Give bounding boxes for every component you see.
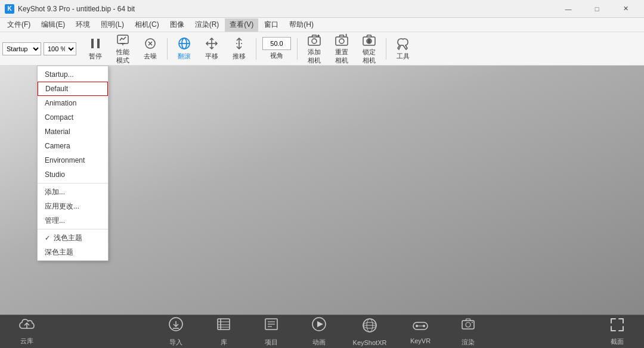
reset-camera-icon	[335, 33, 349, 47]
menu-lighting[interactable]: 照明(L)	[96, 18, 129, 32]
cutaway-label: 截面	[611, 337, 624, 346]
add-camera-button[interactable]: 添加 相机	[301, 34, 327, 64]
reset-camera-button[interactable]: 重置 相机	[329, 34, 355, 64]
render-label: 渲染	[462, 338, 475, 347]
separator-4	[386, 38, 386, 60]
push-button[interactable]: 推移	[226, 34, 252, 64]
dropdown-camera[interactable]: Camera	[38, 139, 108, 153]
main-area: Startup... Default Animation Compact Mat…	[0, 66, 644, 315]
perf-button[interactable]: 性能 模式	[110, 34, 136, 64]
library-label: 库	[221, 338, 227, 347]
svg-point-41	[423, 325, 425, 327]
animation-label: 动画	[312, 338, 326, 347]
add-camera-label: 添加 相机	[308, 48, 321, 64]
reset-camera-label: 重置 相机	[335, 48, 348, 64]
toolbar: Startup 100 % 暂停 性能 模式	[0, 32, 644, 66]
denoiser-icon	[143, 36, 157, 51]
menu-camera[interactable]: 相机(C)	[130, 18, 164, 32]
perf-icon	[116, 33, 130, 47]
preset-select[interactable]: Startup	[2, 42, 41, 55]
lock-camera-button[interactable]: 锁定 相机	[356, 34, 382, 64]
dropdown-light-theme[interactable]: 浅色主题	[38, 231, 108, 245]
import-button[interactable]: 导入	[161, 316, 191, 347]
maximize-button[interactable]: □	[583, 0, 611, 18]
menu-image[interactable]: 图像	[165, 18, 189, 32]
render-button[interactable]: 渲染	[453, 316, 483, 347]
svg-point-40	[416, 325, 418, 327]
dropdown-environment[interactable]: Environment	[38, 153, 108, 167]
tools-label: 工具	[397, 52, 410, 61]
translate-button[interactable]: 翻滚	[171, 34, 197, 64]
separator-3	[297, 38, 298, 60]
menu-view[interactable]: 查看(V)	[225, 18, 258, 32]
dropdown-manage[interactable]: 管理...	[38, 213, 108, 228]
translate-icon	[177, 36, 191, 51]
app-title: KeyShot 9.3 Pro - untitled.bip - 64 bit	[18, 5, 135, 13]
import-label: 导入	[169, 338, 182, 347]
denoiser-button[interactable]: 去噪	[137, 34, 163, 64]
svg-rect-24	[218, 319, 230, 330]
render-icon	[460, 316, 476, 335]
svg-marker-34	[317, 321, 323, 327]
svg-rect-0	[91, 39, 94, 48]
toolbar-preset-area: Startup 100 %	[2, 42, 76, 55]
close-button[interactable]: ✕	[612, 0, 639, 18]
dropdown-material[interactable]: Material	[38, 125, 108, 139]
separator-1	[167, 38, 168, 60]
keyshotxr-button[interactable]: KeyShotXR	[352, 318, 388, 346]
separator-2	[256, 38, 256, 60]
dropdown-startup[interactable]: Startup...	[38, 67, 108, 82]
dropdown-dark-theme[interactable]: 深色主题	[38, 245, 108, 259]
minimize-button[interactable]: —	[555, 0, 582, 18]
cutaway-icon	[609, 317, 625, 335]
keyvr-button[interactable]: KeyVR	[405, 319, 435, 344]
svg-point-12	[312, 39, 317, 44]
menu-file[interactable]: 文件(F)	[2, 18, 35, 32]
svg-point-16	[339, 39, 344, 44]
svg-rect-1	[97, 39, 100, 48]
svg-point-44	[466, 322, 470, 327]
menu-edit[interactable]: 编辑(E)	[36, 18, 70, 32]
projects-button[interactable]: 项目	[256, 316, 286, 347]
pan-icon	[205, 36, 219, 51]
push-icon	[232, 36, 246, 51]
cloud-label: 云库	[20, 337, 33, 346]
dropdown-studio[interactable]: Studio	[38, 167, 108, 182]
zoom-select[interactable]: 100 %	[44, 42, 76, 55]
separator-a	[38, 183, 108, 184]
pan-label: 平移	[205, 52, 218, 61]
separator-b	[38, 229, 108, 229]
cutaway-button[interactable]: 截面	[602, 317, 632, 346]
title-bar-left: K KeyShot 9.3 Pro - untitled.bip - 64 bi…	[5, 4, 135, 14]
add-camera-icon	[307, 33, 321, 47]
animation-icon	[311, 316, 327, 335]
library-button[interactable]: 库	[209, 316, 239, 347]
menu-help[interactable]: 帮助(H)	[284, 18, 318, 32]
menu-window[interactable]: 窗口	[259, 18, 283, 32]
title-bar: K KeyShot 9.3 Pro - untitled.bip - 64 bi…	[0, 0, 644, 18]
pause-icon	[88, 36, 103, 51]
keyshotxr-label: KeyShotXR	[353, 339, 387, 346]
fov-label: 视角	[270, 51, 283, 60]
pause-button[interactable]: 暂停	[82, 34, 109, 64]
dropdown-apply[interactable]: 应用更改...	[38, 199, 108, 213]
dropdown-menu: Startup... Default Animation Compact Mat…	[37, 66, 109, 261]
svg-rect-15	[336, 37, 348, 45]
bottom-center: 导入 库	[161, 316, 483, 347]
import-icon	[168, 316, 184, 335]
menu-render[interactable]: 渲染(R)	[190, 18, 224, 32]
projects-label: 项目	[265, 338, 278, 347]
dropdown-default[interactable]: Default	[38, 82, 108, 96]
tools-button[interactable]: 工具	[390, 34, 416, 64]
animation-button[interactable]: 动画	[304, 316, 334, 347]
library-icon	[216, 316, 231, 335]
fov-input[interactable]	[262, 37, 291, 50]
dropdown-compact[interactable]: Compact	[38, 110, 108, 125]
bottom-bar: 云库 导入	[0, 315, 644, 348]
pan-button[interactable]: 平移	[199, 34, 225, 64]
cloud-button[interactable]: 云库	[12, 318, 42, 346]
svg-rect-11	[308, 37, 320, 45]
menu-env[interactable]: 环境	[71, 18, 95, 32]
dropdown-animation[interactable]: Animation	[38, 96, 108, 110]
dropdown-add[interactable]: 添加...	[38, 185, 108, 199]
